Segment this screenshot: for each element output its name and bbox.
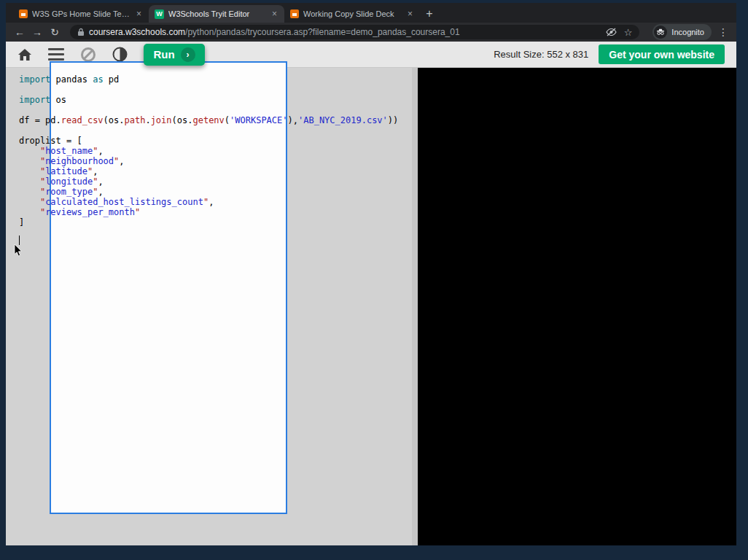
forward-icon[interactable]: → — [29, 24, 45, 40]
url-input[interactable]: coursera.w3schools.com/python/pandas/try… — [70, 25, 639, 39]
tab-slides-1[interactable]: W3S GPs Home Slide Temp × — [13, 5, 149, 23]
back-icon[interactable]: ← — [12, 24, 28, 40]
get-your-own-website-button[interactable]: Get your own website — [599, 44, 725, 64]
browser-menu-icon[interactable]: ⋮ — [716, 26, 731, 38]
eye-off-icon[interactable] — [606, 28, 617, 36]
url-text: coursera.w3schools.com/python/pandas/try… — [89, 27, 601, 37]
browser-window: W3S GPs Home Slide Temp × W W3Schools Tr… — [6, 3, 736, 545]
tab-close-icon[interactable]: × — [135, 9, 143, 18]
tab-close-icon[interactable]: × — [406, 9, 414, 18]
slides-favicon — [290, 9, 299, 18]
tab-tryit-editor[interactable]: W W3Schools Tryit Editor × — [149, 5, 284, 23]
incognito-label: Incognito — [671, 28, 704, 36]
dark-mode-toggle-icon[interactable] — [112, 47, 128, 62]
tab-bar: W3S GPs Home Slide Temp × W W3Schools Tr… — [6, 3, 736, 23]
menu-icon[interactable] — [48, 48, 64, 61]
tab-title: W3S GPs Home Slide Temp — [32, 9, 130, 18]
lock-icon — [77, 28, 85, 36]
url-path: /python/pandas/trycoursera.asp?filename=… — [185, 27, 460, 37]
url-domain: coursera.w3schools.com — [89, 27, 185, 37]
desktop: { "browser": { "tabs": [ {"title": "W3S … — [0, 0, 748, 560]
bookmark-star-icon[interactable]: ☆ — [624, 27, 633, 38]
result-pane — [418, 68, 736, 545]
spinner-icon[interactable] — [80, 47, 96, 63]
run-button[interactable]: Run › — [144, 44, 205, 66]
tab-slides-2[interactable]: Working Copy Slide Deck × — [284, 5, 420, 23]
reload-icon[interactable]: ↻ — [47, 24, 63, 40]
tab-title: Working Copy Slide Deck — [303, 9, 402, 18]
result-size-label: Result Size: 552 x 831 — [494, 49, 588, 60]
address-bar: ← → ↻ coursera.w3schools.com/python/pand… — [6, 23, 736, 42]
new-tab-button[interactable]: + — [420, 5, 439, 23]
home-icon[interactable] — [17, 48, 32, 61]
tab-title: W3Schools Tryit Editor — [168, 9, 266, 18]
incognito-icon — [654, 26, 667, 39]
tab-close-icon[interactable]: × — [270, 9, 278, 18]
run-chevron-icon: › — [181, 47, 195, 62]
run-label: Run — [153, 48, 174, 61]
incognito-badge: Incognito — [652, 24, 712, 40]
slides-favicon — [19, 9, 28, 18]
code-area[interactable]: import pandas as pd import os df = pd.re… — [6, 68, 412, 238]
w3schools-favicon: W — [155, 9, 164, 19]
mouse-cursor-icon — [14, 244, 22, 260]
omnibox-trailing: ☆ — [606, 27, 633, 38]
